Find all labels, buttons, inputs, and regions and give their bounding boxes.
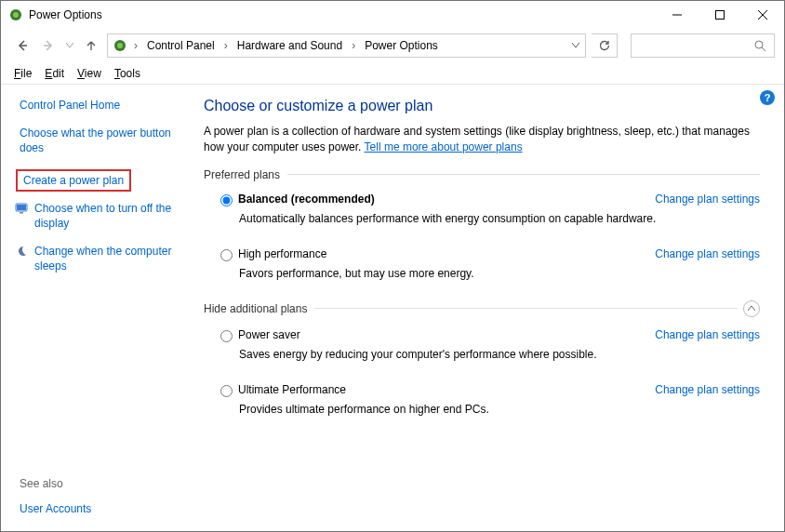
breadcrumb-root[interactable]: Control Panel xyxy=(141,34,220,57)
collapse-icon[interactable] xyxy=(743,300,760,317)
menu-edit[interactable]: Edit xyxy=(45,67,64,80)
plan-balanced-name[interactable]: Balanced (recommended) xyxy=(238,193,375,206)
learn-more-link[interactable]: Tell me more about power plans xyxy=(365,140,523,153)
breadcrumb-mid[interactable]: Hardware and Sound xyxy=(232,34,348,57)
svg-line-11 xyxy=(762,47,765,51)
window-title: Power Options xyxy=(29,8,102,21)
sidebar-user-accounts[interactable]: User Accounts xyxy=(20,501,183,516)
address-bar[interactable]: › Control Panel › Hardware and Sound › P… xyxy=(107,33,586,58)
menu-bar: File Edit View Tools xyxy=(1,62,784,85)
address-dropdown-icon[interactable] xyxy=(566,43,585,48)
see-also-label: See also xyxy=(14,477,183,490)
plan-saver-desc: Saves energy by reducing your computer's… xyxy=(204,346,760,368)
refresh-button[interactable] xyxy=(592,33,618,58)
svg-point-1 xyxy=(13,12,19,18)
svg-rect-14 xyxy=(20,212,23,214)
plan-ultimate: Ultimate Performance Change plan setting… xyxy=(204,378,760,401)
app-icon xyxy=(8,7,23,22)
plan-saver-name[interactable]: Power saver xyxy=(238,328,300,341)
menu-file[interactable]: File xyxy=(14,67,32,80)
plan-high-name[interactable]: High performance xyxy=(238,247,326,260)
maximize-button[interactable] xyxy=(699,1,741,29)
nav-row: › Control Panel › Hardware and Sound › P… xyxy=(1,29,784,62)
plan-saver-change[interactable]: Change plan settings xyxy=(655,328,760,341)
plan-balanced: Balanced (recommended) Change plan setti… xyxy=(204,187,760,210)
plan-balanced-radio[interactable] xyxy=(220,194,233,206)
plan-ultimate-radio[interactable] xyxy=(220,385,233,397)
close-button[interactable] xyxy=(741,1,784,29)
svg-rect-3 xyxy=(716,11,725,20)
plan-ultimate-name[interactable]: Ultimate Performance xyxy=(238,383,346,396)
sidebar-choose-button-action[interactable]: Choose what the power button does xyxy=(20,126,183,155)
sidebar-computer-sleeps[interactable]: Change when the computer sleeps xyxy=(14,244,183,273)
sidebar-home[interactable]: Control Panel Home xyxy=(20,98,183,113)
chevron-right-icon: › xyxy=(350,39,357,52)
chevron-right-icon: › xyxy=(222,39,230,52)
main-content: Choose or customize a power plan A power… xyxy=(194,85,784,531)
page-heading: Choose or customize a power plan xyxy=(204,98,760,114)
minimize-button[interactable] xyxy=(656,1,699,29)
plan-balanced-change[interactable]: Change plan settings xyxy=(655,193,760,206)
sidebar-create-plan[interactable]: Create a power plan xyxy=(16,169,183,192)
preferred-plans-header: Preferred plans xyxy=(204,168,760,181)
plan-high-desc: Favors performance, but may use more ene… xyxy=(204,265,760,287)
search-icon xyxy=(754,40,766,52)
plan-saver-radio[interactable] xyxy=(220,330,233,342)
nav-forward-button[interactable] xyxy=(38,32,59,60)
address-bar-icon xyxy=(112,38,128,53)
body-area: ? Control Panel Home Choose what the pow… xyxy=(1,85,784,531)
plan-saver: Power saver Change plan settings xyxy=(204,323,760,346)
breadcrumb-leaf[interactable]: Power Options xyxy=(359,34,444,57)
nav-up-button[interactable] xyxy=(81,32,101,60)
plan-ultimate-desc: Provides ultimate performance on higher … xyxy=(204,401,760,423)
titlebar: Power Options xyxy=(1,1,784,29)
plan-ultimate-change[interactable]: Change plan settings xyxy=(655,383,760,396)
help-button[interactable]: ? xyxy=(760,90,775,105)
hide-additional-plans-header[interactable]: Hide additional plans xyxy=(204,300,760,317)
chevron-right-icon: › xyxy=(132,39,140,52)
search-input[interactable] xyxy=(631,33,775,58)
monitor-icon xyxy=(14,201,29,216)
page-description: A power plan is a collection of hardware… xyxy=(204,124,760,155)
sidebar-turn-off-display[interactable]: Choose when to turn off the display xyxy=(14,201,183,231)
plan-high-radio[interactable] xyxy=(220,249,233,261)
plan-balanced-desc: Automatically balances performance with … xyxy=(204,210,760,233)
menu-view[interactable]: View xyxy=(77,67,101,80)
plan-high: High performance Change plan settings xyxy=(204,242,760,265)
sidebar: Control Panel Home Choose what the power… xyxy=(1,85,194,531)
svg-point-10 xyxy=(755,41,763,48)
svg-point-9 xyxy=(117,43,123,48)
nav-recent-dropdown[interactable] xyxy=(64,32,75,60)
plan-high-change[interactable]: Change plan settings xyxy=(655,247,760,260)
power-options-window: Power Options › Control P xyxy=(0,0,785,532)
menu-tools[interactable]: Tools xyxy=(114,67,140,80)
nav-back-button[interactable] xyxy=(12,32,33,60)
svg-rect-13 xyxy=(17,205,26,210)
moon-icon xyxy=(14,244,29,259)
